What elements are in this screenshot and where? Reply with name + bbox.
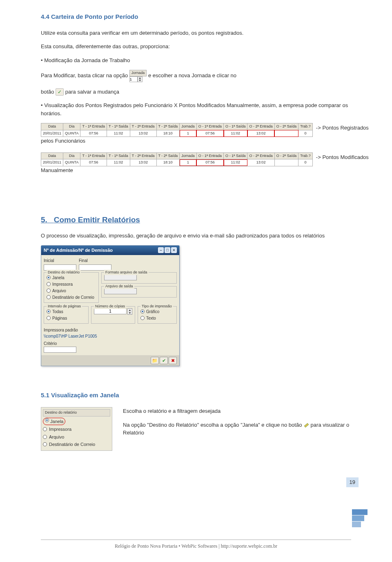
table-row: 20/01/2011QUINTA07:5611:0213:0218:10107:… — [41, 130, 313, 137]
table-cell — [274, 159, 298, 166]
s44-save-line: botão ✓ para salvar a mudança — [41, 88, 351, 96]
s44-p1: Utilize esta consulta para verificar em … — [41, 29, 351, 37]
radio-todas[interactable] — [47, 309, 51, 313]
opt-correio: Destinatário de Correio — [52, 294, 94, 300]
s51-p2: Na opção "Destino do Relatório" escolha … — [123, 421, 351, 437]
input-copias[interactable] — [94, 308, 127, 314]
section-5-1-title: 5.1 Visualização em Janela — [41, 391, 351, 400]
table-col-header: Dia — [63, 123, 80, 130]
table-cell: 11:02 — [107, 130, 130, 137]
table-cell: 07:56 — [80, 159, 107, 166]
table-col-header: Jornada — [180, 152, 197, 159]
legend-formato: Formato arquivo de saída — [104, 270, 149, 275]
dialog-min-icon[interactable]: – — [158, 247, 164, 253]
jornada-input[interactable] — [129, 76, 138, 82]
s51-p2-pre: Na opção "Destino do Relatório" escolha … — [123, 422, 303, 428]
radio-janela[interactable] — [47, 275, 51, 280]
table-cell — [274, 130, 298, 137]
jornada-widget[interactable]: Jornada ▲▼ — [129, 70, 147, 82]
modify-post: e escolher a nova Jornada e clicar no — [148, 72, 236, 78]
table-header-row: DataDiaT - 1ª EntradaT - 1ª SaídaT - 2ª … — [41, 152, 313, 159]
group-destino: Destino do relatório Janela Impressora A… — [44, 272, 99, 303]
footer: Relógio de Ponto Nova Portaria • WebPic … — [41, 540, 351, 550]
group-arquivo: Arquivo de saída — [101, 286, 177, 298]
radio-impressora-2[interactable] — [43, 427, 47, 431]
radio-arquivo-2[interactable] — [43, 435, 47, 439]
table-cell: 13:02 — [130, 159, 156, 166]
table-registrados-wrap: DataDiaT - 1ª EntradaT - 1ª SaídaT - 2ª … — [41, 123, 313, 145]
s44-modify-line: Para Modificar, basta clicar na opção Jo… — [41, 70, 351, 82]
table-col-header: T - 1ª Saída — [107, 152, 130, 159]
radio-impressora[interactable] — [47, 282, 51, 286]
table-col-header: O - 2ª Entrada — [247, 123, 274, 130]
table-col-header: Trab.? — [298, 123, 313, 130]
modificados-suffix: Manualmente — [41, 166, 313, 175]
spin-down-icon[interactable]: ▼ — [128, 311, 132, 314]
table-modificados-wrap: DataDiaT - 1ª EntradaT - 1ª SaídaT - 2ª … — [41, 152, 313, 175]
table-col-header: T - 2ª Saída — [156, 123, 180, 130]
s51-p1: Escolha o relatório e a filtragem deseja… — [123, 407, 351, 415]
table-col-header: T - 1ª Entrada — [80, 123, 107, 130]
input-criterio[interactable] — [44, 347, 76, 353]
table-row: 20/01/2011QUINTA07:5611:0213:0218:10107:… — [41, 159, 313, 166]
spin-up-icon[interactable]: ▲ — [128, 309, 132, 311]
table-col-header: O - 1ª Saída — [224, 123, 247, 130]
dialog-title-text: Nº de Admissão/Nº de Demissão — [44, 247, 113, 254]
opt-todas: Todas — [52, 309, 63, 315]
table-cell: 13:02 — [247, 130, 274, 137]
section-5-number: 5. — [41, 215, 47, 224]
page-decoration — [352, 509, 368, 528]
section-5-title: 5. Como Emitir Relatórios — [41, 214, 351, 226]
opt-paginas: Páginas — [52, 315, 67, 321]
radio-arquivo[interactable] — [47, 289, 51, 293]
jornada-spinner[interactable]: ▲▼ — [138, 76, 143, 82]
legend-tipo: Tipo de impressão — [140, 304, 173, 309]
table-col-header: O - 2ª Entrada — [247, 152, 274, 159]
dialog-browse-button[interactable]: 📁 — [151, 357, 159, 364]
table-col-header: T - 2ª Saída — [156, 152, 180, 159]
section-5-text: Como Emitir Relatórios — [54, 215, 140, 224]
btn-post: para salvar a mudança — [65, 89, 119, 95]
radio-grafico[interactable] — [140, 309, 145, 313]
dialog-close-icon[interactable]: × — [171, 247, 177, 253]
dialog-max-icon[interactable]: □ — [165, 247, 170, 253]
dialog-ok-button[interactable]: ✔ — [160, 357, 168, 364]
group-copias: Número de cópias ▲▼ — [91, 306, 135, 324]
dialog-titlebar[interactable]: Nº de Admissão/Nº de Demissão – □ × — [41, 246, 179, 255]
jornada-label: Jornada — [129, 70, 147, 76]
radio-paginas[interactable] — [47, 316, 51, 320]
table-cell: 18:10 — [156, 130, 180, 137]
table-col-header: T - 1ª Entrada — [80, 152, 107, 159]
modificados-label: -> Pontos Modificados — [316, 152, 369, 161]
label-impressora-padrao: Impressora padrão — [44, 327, 177, 333]
table-cell: 20/01/2011 — [41, 159, 63, 166]
registrados-label: -> Pontos Registrados — [316, 123, 369, 132]
table-col-header: Data — [41, 152, 63, 159]
table-cell: 0 — [298, 159, 313, 166]
table-cell: 07:56 — [196, 130, 223, 137]
value-impressora-padrao: \\comp07\HP LaserJet P1005 — [44, 333, 177, 339]
modify-pre: Para Modificar, basta clicar na opção — [41, 72, 128, 78]
radio-janela-highlighted[interactable]: Janela — [43, 418, 65, 425]
opt-arquivo-2: Arquivo — [49, 434, 64, 441]
table-cell: 07:56 — [80, 130, 107, 137]
table-cell: 1 — [180, 130, 197, 137]
table-header-row: DataDiaT - 1ª EntradaT - 1ª SaídaT - 2ª … — [41, 123, 313, 130]
table-col-header: O - 1ª Entrada — [196, 152, 223, 159]
table-col-header: O - 1ª Saída — [224, 152, 247, 159]
radio-correio-2[interactable] — [43, 442, 47, 446]
registrados-suffix: pelos Funcionários — [41, 137, 313, 145]
table-cell: 1 — [180, 159, 197, 166]
dialog-close-button[interactable]: ✖ — [169, 357, 177, 364]
table-col-header: O - 2ª Saída — [274, 123, 298, 130]
opt-grafico: Gráfico — [146, 309, 159, 315]
table-col-header: O - 2ª Saída — [274, 152, 298, 159]
radio-texto[interactable] — [140, 316, 145, 320]
pencil-icon[interactable] — [303, 422, 309, 428]
group-intervalo: Intervalo de páginas Todas Páginas — [44, 306, 89, 324]
table-cell: QUINTA — [63, 159, 80, 166]
table-cell: 07:56 — [196, 159, 223, 166]
save-button-icon[interactable]: ✓ — [56, 88, 64, 96]
opt-arquivo: Arquivo — [52, 288, 66, 294]
radio-correio[interactable] — [47, 295, 51, 299]
